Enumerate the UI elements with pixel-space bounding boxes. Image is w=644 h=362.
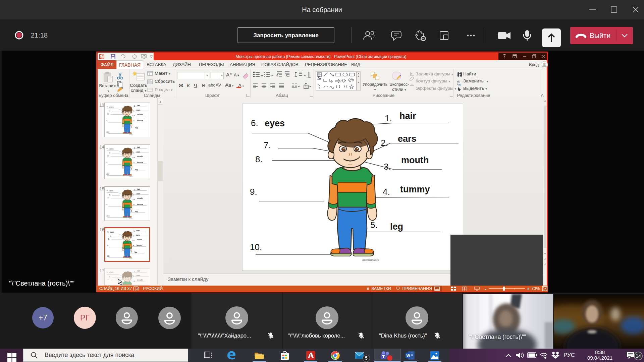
svg-text:ac: ac xyxy=(458,83,462,86)
svg-text:W: W xyxy=(407,353,411,358)
svg-text:P: P xyxy=(100,55,102,59)
